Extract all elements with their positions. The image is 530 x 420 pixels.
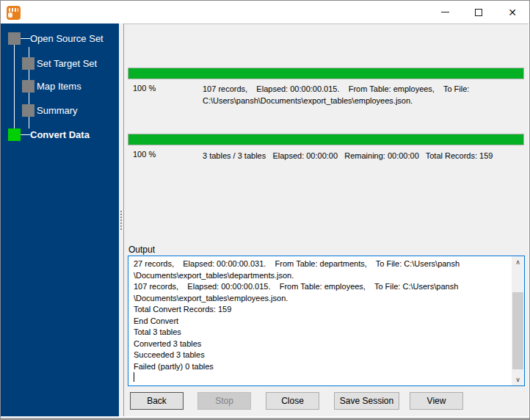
step-connector-line [29, 47, 29, 57]
output-textarea[interactable]: 27 records, Elapsed: 00:00:00.031. From … [128, 256, 525, 386]
scroll-down-arrow-icon[interactable]: ∨ [512, 374, 524, 385]
title-bar: ✕ [1, 1, 529, 23]
table-progress-fill [128, 68, 523, 79]
maximize-icon [475, 9, 482, 16]
sidebar-item-summary[interactable]: Summary [37, 105, 78, 116]
splitter-handle[interactable] [119, 23, 124, 416]
close-button[interactable]: ✕ [495, 1, 529, 23]
output-label: Output [128, 245, 155, 255]
close-dialog-button[interactable]: Close [266, 392, 319, 410]
text-caret [134, 372, 134, 382]
step-connector-line [29, 117, 29, 128]
output-scrollbar[interactable]: ∧ ∨ [512, 256, 524, 385]
view-button[interactable]: View [410, 392, 463, 410]
step-indicator-open-source-set [8, 32, 21, 45]
window-controls: ✕ [428, 1, 529, 23]
save-session-button[interactable]: Save Session [334, 392, 399, 410]
splitter-grip-dots [120, 211, 122, 230]
step-indicator-set-target-set [22, 57, 35, 70]
step-indicator-convert-data-active [8, 128, 21, 141]
overall-progress-detail: 3 tables / 3 tables Elapsed: 00:00:00 Re… [203, 150, 493, 162]
overall-progress-fill [128, 134, 523, 145]
app-logo-detail [8, 12, 12, 18]
scrollbar-thumb[interactable] [512, 292, 523, 369]
stop-button: Stop [197, 392, 251, 410]
sidebar-item-convert-data[interactable]: Convert Data [30, 129, 90, 140]
step-indicator-summary [22, 104, 35, 117]
wizard-steps-sidebar: Open Source Set Set Target Set Map Items… [1, 23, 119, 416]
sidebar-item-map-items[interactable]: Map Items [37, 81, 81, 92]
overall-progress-percent: 100 % [133, 150, 156, 159]
minimize-icon [441, 12, 449, 12]
step-connector-line [29, 70, 29, 80]
minimize-button[interactable] [428, 1, 462, 23]
table-progress-detail: 107 records, Elapsed: 00:00:00.015. From… [203, 83, 469, 106]
overall-progress-bar [128, 134, 524, 145]
step-connector-line [21, 38, 30, 39]
close-icon: ✕ [508, 7, 517, 18]
table-progress-percent: 100 % [133, 84, 156, 93]
sidebar-item-set-target-set[interactable]: Set Target Set [37, 58, 97, 69]
maximize-button[interactable] [462, 1, 495, 23]
app-logo-icon [7, 6, 21, 20]
sidebar-item-open-source-set[interactable]: Open Source Set [30, 33, 104, 44]
step-connector-line [14, 45, 15, 128]
scroll-up-arrow-icon[interactable]: ∧ [512, 256, 524, 268]
back-button[interactable]: Back [130, 392, 184, 410]
step-connector-line [21, 134, 30, 135]
main-panel: 100 % 107 records, Elapsed: 00:00:00.015… [124, 23, 529, 416]
step-indicator-map-items [22, 80, 35, 93]
table-progress-bar [128, 68, 524, 79]
step-connector-line [29, 93, 29, 104]
window-bottom-border [1, 418, 529, 419]
app-logo-detail [9, 8, 18, 12]
app-window: ✕ Open Source Set Set Target Set Map Ite… [0, 0, 530, 420]
output-log-text: 27 records, Elapsed: 00:00:00.031. From … [128, 256, 512, 385]
